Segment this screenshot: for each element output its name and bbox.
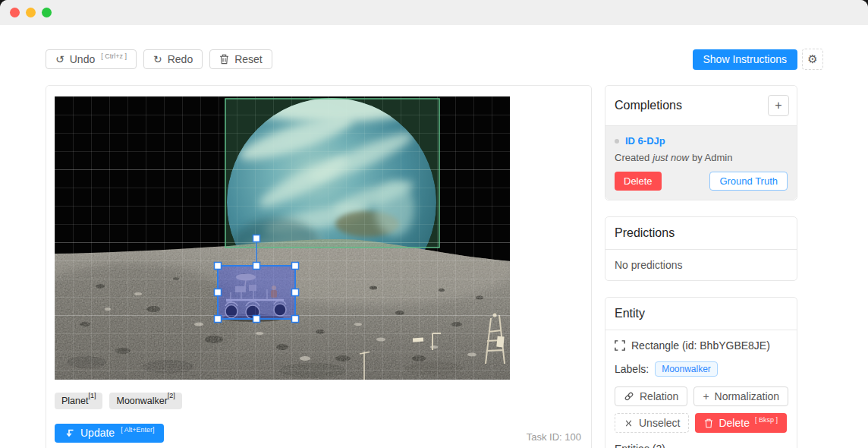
entity-labels-row: Labels: Moonwalker bbox=[615, 361, 788, 377]
task-id-label: Task ID: 100 bbox=[527, 431, 583, 443]
show-instructions-label: Show Instructions bbox=[703, 53, 788, 65]
ground-truth-button[interactable]: Ground Truth bbox=[709, 172, 788, 191]
submit-arrow-icon bbox=[64, 428, 74, 438]
completion-status-dot bbox=[615, 139, 619, 144]
redo-label: Redo bbox=[168, 54, 193, 65]
completions-panel: Completions + ID 6-DJp Created just now … bbox=[605, 85, 797, 200]
content-area: Planet[1] Moonwalker[2] Update[ Alt+Ente… bbox=[0, 85, 868, 448]
resize-handle-e[interactable] bbox=[292, 289, 299, 296]
completion-item[interactable]: ID 6-DJp Created just now by Admin Delet… bbox=[605, 126, 797, 200]
canvas-footer: Update[ Alt+Enter] Task ID: 100 bbox=[55, 424, 583, 443]
resize-handle-w[interactable] bbox=[215, 289, 222, 296]
entity-type-row: Rectangle (id: BhbYGBE8JE) bbox=[615, 339, 788, 352]
toolbar: ↺ Undo[ Ctrl+z ] ↻ Redo Reset Show Instr… bbox=[0, 49, 868, 70]
predictions-header: Predictions bbox=[605, 217, 797, 250]
undo-button[interactable]: ↺ Undo[ Ctrl+z ] bbox=[46, 49, 137, 69]
reset-label: Reset bbox=[234, 54, 263, 65]
moonwalker-region-box[interactable] bbox=[218, 266, 295, 319]
completion-meta: Created just now by Admin bbox=[615, 152, 788, 163]
expand-icon bbox=[615, 340, 625, 351]
annotation-canvas[interactable] bbox=[55, 96, 510, 380]
add-completion-button[interactable]: + bbox=[768, 95, 789, 116]
completions-header: Completions + bbox=[605, 86, 797, 126]
predictions-title: Predictions bbox=[615, 226, 675, 240]
resize-handle-ne[interactable] bbox=[292, 263, 299, 270]
entity-type-label: Rectangle (id: BhbYGBE8JE) bbox=[631, 339, 770, 352]
resize-handle-se[interactable] bbox=[292, 316, 299, 323]
delete-entity-button[interactable]: Delete[ Bksp ] bbox=[695, 413, 786, 433]
update-button[interactable]: Update[ Alt+Enter] bbox=[55, 424, 164, 443]
collapse-icon bbox=[624, 418, 634, 428]
entity-panel: Entity Rectangle (id: BhbYGBE8JE) Labels… bbox=[605, 297, 797, 448]
update-shortcut: [ Alt+Enter] bbox=[121, 426, 154, 434]
completion-id-link[interactable]: ID 6-DJp bbox=[625, 135, 665, 147]
entity-header: Entity bbox=[605, 298, 797, 330]
rotation-handle[interactable] bbox=[253, 235, 260, 242]
undo-label: Undo bbox=[70, 54, 95, 65]
annotation-canvas-wrap bbox=[55, 96, 510, 380]
delete-completion-button[interactable]: Delete bbox=[615, 172, 662, 191]
predictions-empty-text: No predictions bbox=[605, 250, 797, 280]
close-window-button[interactable] bbox=[10, 8, 20, 17]
entities-count-label: Entities (2) bbox=[615, 443, 788, 448]
redo-button[interactable]: ↻ Redo bbox=[143, 49, 203, 69]
undo-shortcut: [ Ctrl+z ] bbox=[101, 53, 127, 60]
sidebar: Completions + ID 6-DJp Created just now … bbox=[605, 85, 797, 448]
predictions-panel: Predictions No predictions bbox=[605, 216, 797, 281]
plus-icon: + bbox=[775, 99, 782, 112]
completions-title: Completions bbox=[615, 99, 682, 112]
app-window: ↺ Undo[ Ctrl+z ] ↻ Redo Reset Show Instr… bbox=[0, 0, 868, 448]
redo-icon: ↻ bbox=[153, 54, 162, 65]
trash-icon bbox=[704, 418, 713, 428]
resize-handle-nw[interactable] bbox=[215, 263, 222, 270]
gear-icon: ⚙ bbox=[807, 52, 817, 66]
tag-planet[interactable]: Planet[1] bbox=[55, 393, 102, 409]
planet-region-box[interactable] bbox=[225, 99, 439, 248]
minimize-window-button[interactable] bbox=[26, 8, 36, 17]
reset-button[interactable]: Reset bbox=[209, 49, 272, 69]
update-label: Update bbox=[80, 427, 115, 439]
tag-moonwalker[interactable]: Moonwalker[2] bbox=[109, 393, 181, 409]
entity-title: Entity bbox=[615, 307, 645, 320]
settings-button[interactable]: ⚙ bbox=[802, 49, 823, 70]
link-icon bbox=[624, 391, 634, 402]
titlebar bbox=[0, 0, 868, 25]
undo-icon: ↺ bbox=[55, 54, 64, 65]
annotation-card: Planet[1] Moonwalker[2] Update[ Alt+Ente… bbox=[46, 85, 592, 448]
label-badge-moonwalker: Moonwalker bbox=[655, 361, 718, 377]
maximize-window-button[interactable] bbox=[42, 8, 52, 17]
plus-icon: + bbox=[703, 390, 709, 402]
relation-button[interactable]: Relation bbox=[615, 386, 687, 406]
trash-icon bbox=[219, 54, 229, 65]
label-hotkey-tags: Planet[1] Moonwalker[2] bbox=[55, 393, 583, 409]
labels-caption: Labels: bbox=[615, 363, 649, 375]
show-instructions-button[interactable]: Show Instructions bbox=[693, 49, 798, 70]
resize-handle-n[interactable] bbox=[253, 263, 260, 270]
resize-handle-sw[interactable] bbox=[215, 316, 222, 323]
normalization-button[interactable]: + Normalization bbox=[693, 386, 788, 406]
unselect-button[interactable]: Unselect bbox=[615, 413, 689, 433]
resize-handle-s[interactable] bbox=[253, 316, 260, 323]
